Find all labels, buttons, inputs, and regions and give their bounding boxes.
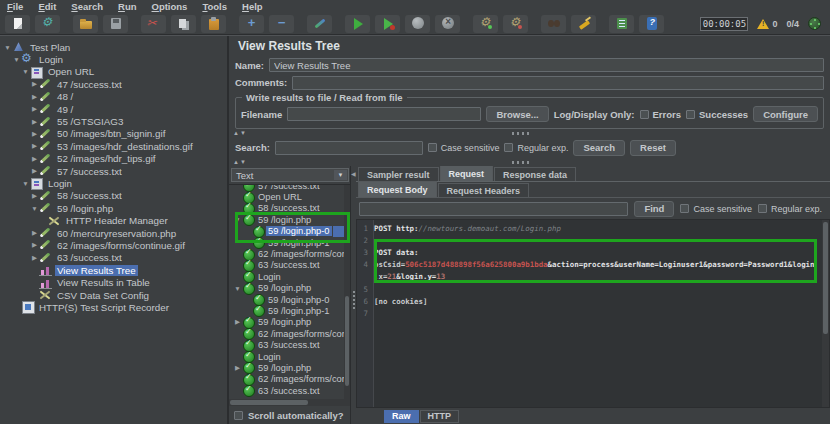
comments-input[interactable]	[292, 76, 824, 90]
tab-request[interactable]: Request	[440, 166, 494, 181]
right-arrow-icon[interactable]: ▶	[233, 364, 242, 372]
test-plan-tree-item[interactable]: ▶50 /images/btn_signin.gif	[0, 128, 227, 140]
search-input[interactable]	[275, 141, 423, 155]
start-no-pauses-button[interactable]	[375, 15, 400, 33]
cut-button[interactable]	[141, 15, 166, 33]
results-tree-item[interactable]: ▼59 /login.php	[229, 214, 344, 225]
editor-vertical-scrollbar[interactable]	[822, 220, 829, 407]
test-plan-tree-item[interactable]: ▶48 /	[0, 91, 227, 103]
results-tree-vertical-scrollbar[interactable]	[344, 185, 350, 399]
right-arrow-icon[interactable]: ▶	[30, 105, 39, 113]
test-plan-tree-item[interactable]: View Results in Table	[0, 276, 227, 288]
new-file-button[interactable]	[5, 15, 30, 33]
test-plan-tree-item[interactable]: ▶47 /success.txt	[0, 78, 227, 90]
find-input[interactable]	[359, 202, 628, 216]
search-button[interactable]	[541, 15, 566, 33]
menu-options[interactable]: Options	[152, 1, 188, 12]
right-arrow-icon[interactable]: ▶	[30, 167, 39, 175]
test-plan-tree-item[interactable]: CSV Data Set Config	[0, 289, 227, 301]
clear-all-button[interactable]	[571, 15, 596, 33]
results-tree-horizontal-scrollbar[interactable]	[229, 399, 350, 406]
start-button[interactable]	[345, 15, 370, 33]
remote-stop-all-button[interactable]	[503, 15, 528, 33]
collapse-bar[interactable]: ▲▼	[229, 158, 830, 166]
right-arrow-icon[interactable]: ▶	[30, 192, 39, 200]
test-plan-tree-item[interactable]: ▼Login	[0, 53, 227, 65]
down-arrow-icon[interactable]: ▼	[21, 180, 30, 187]
right-arrow-icon[interactable]: ▶	[30, 118, 39, 126]
test-plan-tree-item[interactable]: ▼Open URL	[0, 66, 227, 78]
collapse-bar[interactable]: ▲▼	[229, 129, 830, 137]
menu-edit[interactable]: Edit	[38, 1, 56, 12]
test-plan-tree-item[interactable]: ▶52 /images/hdr_tips.gif	[0, 153, 227, 165]
templates-button[interactable]	[35, 15, 60, 33]
name-input[interactable]	[269, 58, 824, 72]
shutdown-button[interactable]	[435, 15, 460, 33]
tab-sampler-result[interactable]: Sampler result	[358, 167, 439, 181]
help-button[interactable]	[639, 15, 664, 33]
search-regex-checkbox[interactable]: Regular exp.	[504, 143, 568, 153]
right-arrow-icon[interactable]: ▶	[30, 80, 39, 88]
right-arrow-icon[interactable]: ▶	[30, 254, 39, 262]
down-arrow-icon[interactable]: ▼	[12, 56, 21, 63]
find-regex-checkbox[interactable]: Regular exp.	[758, 204, 822, 214]
configure-button[interactable]: Configure	[753, 106, 818, 122]
view-mode-dropdown[interactable]: Text ▼	[231, 168, 349, 182]
find-case-checkbox[interactable]: Case sensitive	[680, 204, 752, 214]
test-plan-tree-item[interactable]: ▶49 /	[0, 103, 227, 115]
results-tree-item[interactable]: 59 /login.php-0	[229, 226, 344, 237]
results-tree-item[interactable]: 63 /success.txt	[229, 385, 344, 396]
function-helper-button[interactable]	[609, 15, 634, 33]
test-plan-tree-item[interactable]: ▶55 /GTSGIAG3	[0, 115, 227, 127]
right-arrow-icon[interactable]: ▶	[30, 93, 39, 101]
toggle-element-button[interactable]	[307, 15, 332, 33]
test-plan-tree-item[interactable]: ▼Test Plan	[0, 41, 227, 53]
menu-tools[interactable]: Tools	[202, 1, 227, 12]
down-arrow-icon[interactable]: ▼	[233, 285, 242, 292]
scrollbar-thumb[interactable]	[230, 400, 308, 405]
test-plan-tree-item[interactable]: ▶63 /success.txt	[0, 252, 227, 264]
down-arrow-icon[interactable]: ▼	[3, 44, 12, 51]
scrollbar-thumb[interactable]	[345, 296, 349, 386]
down-arrow-icon[interactable]: ▼	[233, 216, 242, 223]
request-body-editor[interactable]: 1POST http://newtours.demoaut.com/Login.…	[356, 219, 830, 408]
remote-start-all-button[interactable]	[473, 15, 498, 33]
menu-search[interactable]: Search	[71, 1, 103, 12]
add-element-button[interactable]	[239, 15, 264, 33]
bottom-tab-http[interactable]: HTTP	[420, 410, 460, 423]
right-arrow-icon[interactable]: ▶	[30, 229, 39, 237]
test-plan-tree-item[interactable]: HTTP(S) Test Script Recorder	[0, 301, 227, 313]
menu-run[interactable]: Run	[118, 1, 136, 12]
menu-file[interactable]: File	[7, 1, 23, 12]
right-arrow-icon[interactable]: ▶	[30, 142, 39, 150]
successes-checkbox[interactable]: Successes	[686, 109, 748, 120]
test-plan-tree-item[interactable]: ▶60 /mercuryreservation.php	[0, 227, 227, 239]
right-arrow-icon[interactable]: ▶	[30, 241, 39, 249]
subtab-request-headers[interactable]: Request Headers	[438, 183, 530, 197]
bottom-tab-raw[interactable]: Raw	[384, 410, 419, 423]
test-plan-tree-item[interactable]: ▶62 /images/forms/continue.gif	[0, 239, 227, 251]
results-tree-item[interactable]: 59 /login.php-0	[229, 294, 344, 305]
menu-help[interactable]: Help	[242, 1, 263, 12]
test-plan-tree-item[interactable]: ▶58 /success.txt	[0, 190, 227, 202]
copy-button[interactable]	[171, 15, 196, 33]
down-arrow-icon[interactable]: ▼	[30, 205, 39, 212]
browse-button[interactable]: Browse...	[486, 106, 548, 122]
scroll-automatically-checkbox[interactable]: Scroll automatically?	[229, 406, 350, 424]
right-arrow-icon[interactable]: ▶	[30, 130, 39, 138]
tab-response-data[interactable]: Response data	[494, 167, 576, 181]
save-button[interactable]	[103, 15, 128, 33]
find-button[interactable]: Find	[634, 201, 674, 217]
test-plan-tree-item[interactable]: ▼59 /login.php	[0, 202, 227, 214]
test-plan-tree-item[interactable]: ▶57 /success.txt	[0, 165, 227, 177]
errors-checkbox[interactable]: Errors	[640, 109, 682, 120]
search-case-checkbox[interactable]: Case sensitive	[428, 143, 500, 153]
right-arrow-icon[interactable]: ▶	[30, 155, 39, 163]
log-errors-indicator[interactable]: 0	[757, 19, 777, 29]
test-plan-tree-item[interactable]: ▶53 /images/hdr_destinations.gif	[0, 140, 227, 152]
subtab-request-body[interactable]: Request Body	[358, 181, 437, 197]
paste-button[interactable]	[201, 15, 226, 33]
stop-button[interactable]	[405, 15, 430, 33]
down-arrow-icon[interactable]: ▼	[21, 68, 30, 75]
scrollbar-thumb[interactable]	[823, 222, 828, 334]
